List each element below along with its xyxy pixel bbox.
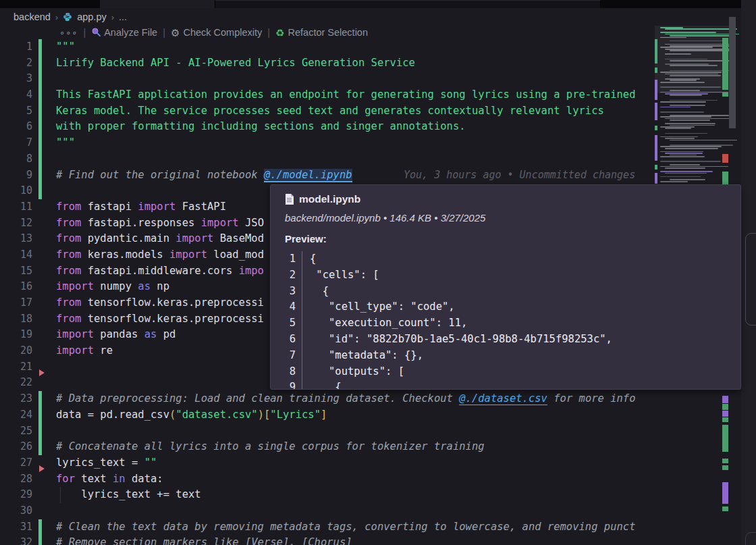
code-line[interactable]: 28for text in data:: [0, 471, 655, 488]
code-line[interactable]: 5Keras model. The service processes seed…: [0, 103, 655, 120]
code-line[interactable]: 23# Data preprocessing: Load and clean t…: [0, 391, 655, 407]
code-line[interactable]: 26# Concatenate all lyrics into a single…: [0, 439, 655, 455]
minimap-line: [660, 166, 728, 167]
minimap-change-mark: [655, 103, 657, 120]
preview-code-text: "cells": [: [302, 267, 379, 284]
codelens-refactor-selection[interactable]: ♻ Refactor Selection: [275, 27, 368, 38]
code-text: # Find out the original notebook @./mode…: [56, 167, 655, 184]
minimap-line: [660, 176, 701, 178]
code-line[interactable]: 3: [0, 71, 655, 87]
git-deleted-marker[interactable]: [39, 369, 45, 376]
minimap-line: [660, 181, 688, 182]
codelens-label: Check Complexity: [183, 27, 262, 38]
code-line[interactable]: 9# Find out the original notebook @./mod…: [0, 167, 655, 184]
minimap-line: [660, 111, 704, 113]
preview-code-text: "metadata": {},: [302, 348, 423, 364]
ruler-decoration: [722, 154, 728, 163]
code-line[interactable]: 7""": [0, 135, 655, 151]
minimap-line: [665, 138, 695, 139]
code-line[interactable]: 8: [0, 151, 655, 167]
gutter-decorations: [0, 39, 47, 545]
git-added-bar: [38, 391, 42, 455]
code-line[interactable]: 29 lyrics_text += text: [0, 487, 655, 503]
code-text: This FastAPI application provides an end…: [56, 87, 655, 103]
code-text: for text in data:: [56, 471, 655, 488]
preview-code-text: "cell_type": "code",: [302, 299, 455, 315]
code-text: Lirify Backend API - AI-Powered Lyrics G…: [56, 55, 655, 72]
minimap-line: [660, 116, 711, 118]
code-line[interactable]: 32# Remove section markers like [Verse],…: [0, 535, 655, 545]
active-tab-sliver[interactable]: [100, 0, 215, 8]
separator: |: [267, 27, 270, 38]
ruler-decoration: [722, 172, 728, 184]
preview-line: 1{: [285, 251, 740, 267]
preview-code-text: {: [302, 380, 342, 390]
scrollbar-thumb[interactable]: [729, 17, 736, 128]
codelens-bar: ∘∘∘ | Analyze File | ⚙ Check Complexity …: [59, 26, 368, 39]
preview-code-text: "outputs": [: [302, 364, 404, 380]
git-added-bar: [38, 519, 42, 545]
separator: |: [83, 27, 86, 38]
minimap-line: [670, 105, 705, 106]
file-link[interactable]: @./model.ipynb: [264, 169, 352, 182]
preview-line-number: 9: [285, 380, 296, 390]
minimap-line: [665, 93, 708, 95]
code-line[interactable]: 24data = pd.read_csv("dataset.csv")["Lyr…: [0, 407, 655, 423]
popup-preview-code[interactable]: 1{2 "cells": [3 {4 "cell_type": "code",5…: [285, 251, 740, 390]
ruler-decoration: [722, 425, 728, 452]
codelens-analyze-file[interactable]: Analyze File: [91, 27, 157, 38]
codelens-check-complexity[interactable]: ⚙ Check Complexity: [171, 27, 262, 38]
indent-guide: [60, 487, 61, 503]
ruler-decoration: [722, 38, 728, 90]
code-line[interactable]: 2Lirify Backend API - AI-Powered Lyrics …: [0, 55, 655, 72]
ruler-decoration: [722, 417, 728, 422]
panel-scrollbar-thumb[interactable]: [745, 532, 756, 545]
code-line[interactable]: 6with proper formatting including sectio…: [0, 119, 655, 135]
file-link[interactable]: @./dataset.csv: [459, 392, 547, 405]
file-preview-hover[interactable]: model.ipynb backend/model.ipynb • 146.4 …: [270, 184, 741, 390]
code-line[interactable]: 27lyrics_text = "": [0, 455, 655, 471]
code-line[interactable]: 25: [0, 423, 655, 440]
codelens-label: Analyze File: [104, 27, 157, 38]
minimap-line: [665, 133, 707, 134]
minimap-change-mark: [655, 173, 657, 184]
panel-scrollbar-thumb[interactable]: [745, 233, 756, 326]
code-line[interactable]: 1""": [0, 39, 655, 55]
minimap-line: [670, 164, 700, 165]
code-line[interactable]: 30: [0, 503, 655, 519]
code-line[interactable]: 31# Clean the text data by removing meta…: [0, 519, 655, 536]
preview-line: 2 "cells": [: [285, 267, 740, 284]
minimap-change-mark: [655, 80, 657, 100]
code-text: lyrics_text = "": [56, 455, 655, 471]
minimap-change-mark: [655, 68, 657, 73]
minimap-line: [665, 173, 707, 174]
minimap-line: [660, 161, 721, 162]
minimap-line: [670, 125, 715, 126]
ruler-decoration: [722, 482, 728, 504]
preview-line-number: 6: [285, 332, 296, 348]
preview-code-text: "execution_count": 11,: [302, 315, 467, 332]
minimap-line: [660, 171, 713, 172]
preview-line: 8 "outputs": [: [285, 364, 740, 380]
git-deleted-marker[interactable]: [39, 465, 45, 472]
tab-strip[interactable]: [0, 0, 741, 8]
minimap-line: [660, 151, 703, 153]
codelens-dots[interactable]: ∘∘∘: [59, 28, 78, 38]
breadcrumb: backend › app.py › ...: [0, 8, 755, 26]
minimap-change-mark: [655, 165, 657, 170]
right-panel: [741, 0, 756, 545]
breadcrumb-more[interactable]: ...: [119, 11, 127, 22]
minimap-change-mark: [655, 39, 657, 63]
breadcrumb-folder[interactable]: backend: [14, 11, 51, 22]
code-line[interactable]: 4This FastAPI application provides an en…: [0, 87, 655, 103]
minimap-line: [660, 156, 705, 157]
ruler-decoration: [722, 411, 728, 417]
preview-line: 3 {: [285, 284, 740, 300]
file-icon: [285, 194, 294, 205]
preview-line-number: 3: [285, 284, 296, 300]
minimap-line: [670, 95, 702, 96]
minimap-line: [665, 128, 691, 129]
breadcrumb-file[interactable]: app.py: [77, 11, 107, 22]
magnifier-icon: [91, 27, 101, 38]
minimap-line: [660, 107, 691, 108]
